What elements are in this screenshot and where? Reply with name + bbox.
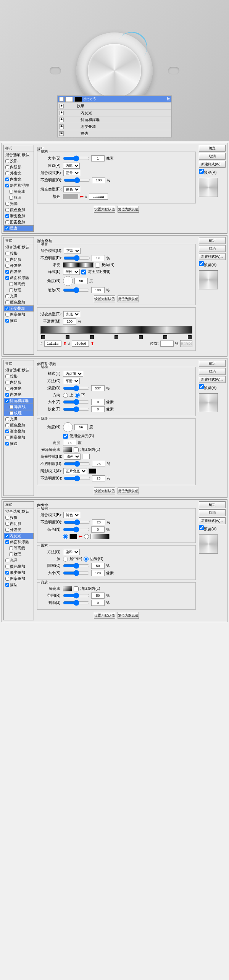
blend-options[interactable]: 混合选项:默认 <box>4 152 34 158</box>
ok-button[interactable]: 确定 <box>199 360 226 367</box>
depth-input[interactable] <box>91 385 105 391</box>
hop-slider[interactable] <box>64 461 90 467</box>
si-inner-glow[interactable]: 内发光 <box>4 533 34 539</box>
src-center[interactable] <box>63 557 68 562</box>
si-bevel[interactable]: 斜面和浮雕 <box>4 398 34 404</box>
visibility-icon[interactable]: 👁 <box>59 118 64 122</box>
size-slider[interactable] <box>63 570 90 576</box>
visibility-icon[interactable]: 👁 <box>59 124 64 129</box>
align-check[interactable] <box>81 270 86 274</box>
color-radio[interactable] <box>63 534 68 539</box>
si-pattern-overlay[interactable]: 图案叠加 <box>4 312 34 318</box>
si-texture[interactable]: 纹理 <box>4 410 34 416</box>
opacity-slider[interactable] <box>64 520 90 525</box>
si-satin[interactable]: 光泽 <box>4 557 34 563</box>
si-texture[interactable]: 纹理 <box>4 551 34 557</box>
noise-slider[interactable] <box>63 527 90 532</box>
soft-slider[interactable] <box>63 407 90 412</box>
sop-input[interactable] <box>92 475 105 481</box>
contour-picker[interactable] <box>63 586 72 591</box>
color-stop[interactable] <box>90 335 94 339</box>
delete-button[interactable]: 删除(D) <box>180 340 193 347</box>
si-drop-shadow[interactable]: 投影 <box>4 158 34 164</box>
preview-check[interactable]: 预览(V) <box>199 525 226 532</box>
gradient-swatch[interactable] <box>63 262 94 268</box>
color-stop[interactable] <box>163 335 167 339</box>
highlight-color[interactable] <box>82 454 90 459</box>
alt-input[interactable] <box>63 440 76 446</box>
contour-picker[interactable] <box>63 447 72 452</box>
make-default-button[interactable]: 设置为默认值 <box>94 612 115 619</box>
fx-row[interactable]: 👁效果 <box>58 103 171 110</box>
global-light-check[interactable] <box>63 434 68 439</box>
tech-select[interactable]: 平滑 <box>63 378 80 384</box>
si-outer-glow[interactable]: 外发光 <box>4 170 34 176</box>
size-slider[interactable] <box>63 399 90 405</box>
soft-input[interactable] <box>91 406 105 412</box>
opacity-input[interactable] <box>92 519 105 525</box>
preview-check[interactable]: 预览(V) <box>199 384 226 391</box>
reset-default-button[interactable]: 复位为默认值 <box>118 206 139 213</box>
gradient-bar[interactable] <box>40 326 192 334</box>
si-gradient-overlay[interactable]: 渐变叠加 <box>4 428 34 434</box>
jitter-slider[interactable] <box>63 600 90 605</box>
blend-options[interactable]: 混合选项:默认 <box>4 509 34 515</box>
visibility-icon[interactable]: 👁 <box>59 131 64 136</box>
range-input[interactable] <box>91 593 105 599</box>
si-contour[interactable]: 等高线 <box>4 545 34 551</box>
si-inner-shadow[interactable]: 内阴影 <box>4 379 34 386</box>
visibility-icon[interactable]: 👁 <box>59 97 64 102</box>
si-bevel[interactable]: 斜面和浮雕 <box>4 539 34 545</box>
si-inner-glow[interactable]: 内发光 <box>4 269 34 275</box>
color-stop[interactable] <box>139 335 143 339</box>
anti-alias-check[interactable] <box>74 447 79 452</box>
fx-inner-glow[interactable]: 👁内发光 <box>58 110 171 116</box>
color-stop[interactable] <box>41 335 45 339</box>
color-stop[interactable] <box>66 335 69 339</box>
blend-options[interactable]: 混合选项:默认 <box>4 244 34 250</box>
sop-slider[interactable] <box>64 476 90 481</box>
highlight-mode[interactable]: 滤色 <box>64 454 81 460</box>
ok-button[interactable]: 确定 <box>199 145 226 152</box>
style-select[interactable]: 内斜面 <box>63 371 83 377</box>
new-style-button[interactable]: 新建样式(W)... <box>199 376 226 383</box>
cancel-button[interactable]: 取消 <box>199 509 226 516</box>
blend-select[interactable]: 正常 <box>64 248 81 254</box>
si-bevel[interactable]: 斜面和浮雕 <box>4 275 34 281</box>
si-outer-glow[interactable]: 外发光 <box>4 527 34 533</box>
hop-input[interactable] <box>92 461 105 467</box>
si-contour[interactable]: 等高线 <box>4 404 34 410</box>
si-pattern-overlay[interactable]: 图案叠加 <box>4 434 34 441</box>
si-pattern-overlay[interactable]: 图案叠加 <box>4 219 34 225</box>
dir-up[interactable] <box>63 393 68 398</box>
glow-color[interactable] <box>69 534 77 539</box>
cancel-button[interactable]: 取消 <box>199 245 226 252</box>
si-pattern-overlay[interactable]: 图案叠加 <box>4 576 34 582</box>
noise-input[interactable] <box>91 526 105 533</box>
opacity-input[interactable] <box>92 177 105 183</box>
blend-select[interactable]: 正常 <box>63 170 80 176</box>
fx-stroke[interactable]: 👁描边 <box>58 130 171 137</box>
si-gradient-overlay[interactable]: 渐变叠加 <box>4 570 34 576</box>
si-stroke[interactable]: 描边 <box>4 318 34 324</box>
si-inner-shadow[interactable]: 内阴影 <box>4 164 34 170</box>
si-color-overlay[interactable]: 颜色叠加 <box>4 207 34 213</box>
preview-check[interactable]: 预览(V) <box>199 261 226 268</box>
si-inner-glow[interactable]: 内发光 <box>4 392 34 398</box>
si-drop-shadow[interactable]: 投影 <box>4 373 34 379</box>
choke-input[interactable] <box>91 563 105 569</box>
depth-slider[interactable] <box>63 386 90 391</box>
type-select[interactable]: 实底 <box>63 311 80 317</box>
make-default-button[interactable]: 设置为默认值 <box>94 488 115 494</box>
size-input[interactable] <box>91 399 105 405</box>
si-stroke[interactable]: 描边 <box>4 225 34 231</box>
si-gradient-overlay[interactable]: 渐变叠加 <box>4 305 34 312</box>
reset-default-button[interactable]: 复位为默认值 <box>118 488 139 494</box>
size-input[interactable] <box>91 570 105 576</box>
ok-button[interactable]: 确定 <box>199 237 226 244</box>
si-stroke[interactable]: 描边 <box>4 582 34 588</box>
blend-options[interactable]: 混合选项:默认 <box>4 367 34 373</box>
make-default-button[interactable]: 设置为默认值 <box>94 206 115 213</box>
reset-default-button[interactable]: 复位为默认值 <box>118 295 139 302</box>
size-slider[interactable] <box>63 156 90 161</box>
